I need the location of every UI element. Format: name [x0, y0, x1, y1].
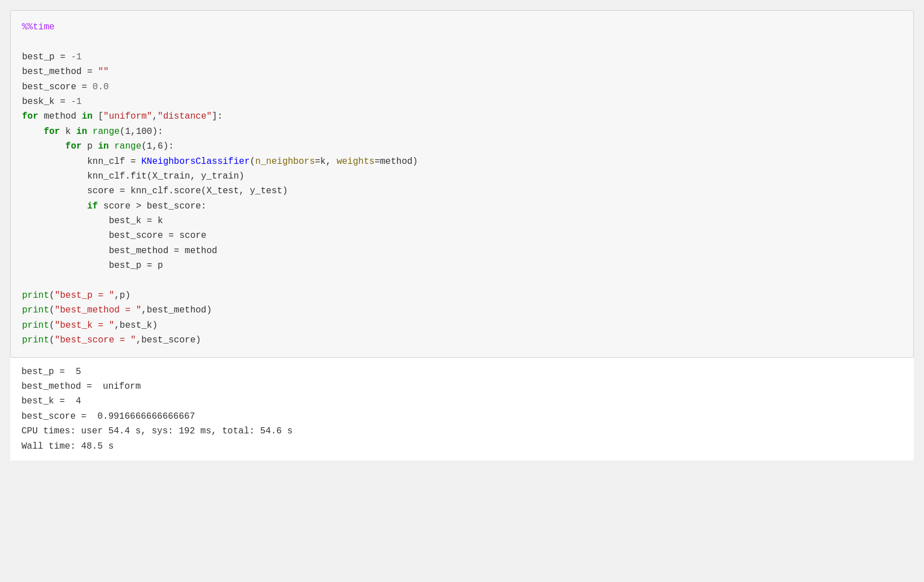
code-line-best-method-assign: best_method = method — [22, 244, 902, 258]
code-line-best-method-init: best_method = "" — [22, 64, 902, 79]
code-line-score: score = knn_clf.score(X_test, y_test) — [22, 184, 902, 198]
output-cell: best_p = 5 best_method = uniform best_k … — [10, 358, 914, 461]
output-line-cpu: CPU times: user 54.4 s, sys: 192 ms, tot… — [21, 424, 903, 438]
code-line-knn-fit: knn_clf.fit(X_train, y_train) — [22, 169, 902, 184]
code-line-for-k: for k in range(1,100): — [22, 124, 902, 139]
code-line-print-best-p: print("best_p = ",p) — [22, 288, 902, 303]
code-line-print-best-k: print("best_k = ",best_k) — [22, 318, 902, 333]
output-line-best-p: best_p = 5 — [21, 364, 903, 379]
output-line-best-method: best_method = uniform — [21, 379, 903, 394]
code-line-best-k-assign: best_k = k — [22, 214, 902, 228]
code-line-best-p-init: best_p = -1 — [22, 50, 902, 64]
code-line-for-method: for method in ["uniform","distance"]: — [22, 109, 902, 124]
code-line-best-score-init: best_score = 0.0 — [22, 80, 902, 94]
output-line-best-k: best_k = 4 — [21, 394, 903, 409]
code-line-knn-clf: knn_clf = KNeighborsClassifier(n_neighbo… — [22, 154, 902, 169]
code-line-besk-k-init: besk_k = -1 — [22, 94, 902, 109]
code-magic-line: %%time — [22, 20, 902, 34]
magic-token: %%time — [22, 22, 55, 32]
output-line-wall: Wall time: 48.5 s — [21, 439, 903, 454]
code-line-best-p-assign: best_p = p — [22, 258, 902, 273]
code-line-if-score: if score > best_score: — [22, 199, 902, 214]
code-line-print-best-method: print("best_method = ",best_method) — [22, 303, 902, 318]
code-line-print-best-score: print("best_score = ",best_score) — [22, 333, 902, 348]
code-line-best-score-assign: best_score = score — [22, 228, 902, 243]
output-line-best-score: best_score = 0.9916666666666667 — [21, 409, 903, 424]
code-cell[interactable]: %%time best_p = -1 best_method = "" best… — [10, 10, 914, 358]
code-line-for-p: for p in range(1,6): — [22, 139, 902, 154]
